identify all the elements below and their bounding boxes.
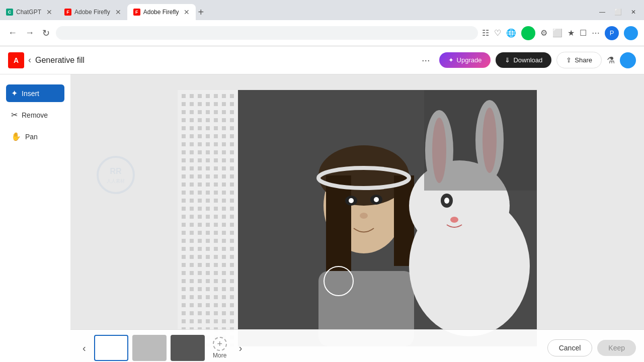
- tab-bar: C ChatGPT ✕ F Adobe Firefly ✕ F Adobe Fi…: [0, 0, 644, 20]
- tool-insert[interactable]: ✦ Insert: [6, 84, 64, 102]
- address-input[interactable]: https://firefly.adobe.com/generate/inpai…: [56, 26, 478, 40]
- pan-icon: ✋: [11, 132, 21, 141]
- back-nav-button[interactable]: ←: [6, 26, 19, 40]
- tool-remove[interactable]: ✂ Remove: [6, 106, 64, 124]
- adobe-logo: A: [8, 52, 24, 68]
- window-controls: — ⬜ ✕: [595, 7, 644, 18]
- maximize-button[interactable]: ⬜: [610, 7, 626, 18]
- lab-icon[interactable]: ⚗: [607, 55, 615, 66]
- svg-rect-33: [178, 90, 238, 346]
- tab-firefly1[interactable]: F Adobe Firefly ✕: [58, 4, 127, 20]
- extensions-icon[interactable]: ⚙: [540, 28, 547, 38]
- download-icon: ⇓: [505, 56, 510, 64]
- thumbnail-1[interactable]: [94, 335, 128, 361]
- insert-icon: ✦: [11, 88, 18, 98]
- upgrade-button[interactable]: ✦ Upgrade: [439, 52, 491, 68]
- download-button[interactable]: ⇓ Download: [496, 52, 551, 68]
- close-button[interactable]: ✕: [627, 7, 640, 18]
- tab-chatgpt-label: ChatGPT: [16, 9, 41, 16]
- tab-chatgpt[interactable]: C ChatGPT ✕: [0, 4, 58, 20]
- keep-button[interactable]: Keep: [597, 340, 636, 356]
- chatgpt-favicon: C: [6, 9, 13, 16]
- more-label: More: [213, 352, 226, 359]
- header-actions: ··· ✦ Upgrade ⇓ Download ⇪ Share ⚗: [418, 52, 636, 68]
- remove-icon: ✂: [11, 110, 18, 120]
- tab-chatgpt-close[interactable]: ✕: [46, 8, 52, 16]
- favorites-icon[interactable]: ★: [568, 28, 575, 38]
- svg-text:人人素材: 人人素材: [107, 178, 125, 184]
- more-circle-icon: +: [213, 337, 227, 351]
- translate-icon[interactable]: 🌐: [506, 28, 516, 38]
- reload-button[interactable]: ↻: [40, 26, 52, 41]
- tool-pan-label: Pan: [25, 133, 38, 141]
- user-avatar[interactable]: [620, 52, 636, 68]
- svg-point-30: [444, 198, 449, 204]
- image-container: [178, 90, 537, 346]
- share-label: Share: [575, 56, 592, 64]
- extension-green-icon[interactable]: [521, 26, 535, 40]
- tab-firefly1-label: Adobe Firefly: [74, 9, 110, 16]
- plus-icon: +: [217, 339, 222, 349]
- thumbnail-2[interactable]: [132, 335, 167, 361]
- share-button[interactable]: ⇪ Share: [556, 52, 602, 68]
- upgrade-star-icon: ✦: [448, 56, 454, 64]
- svg-point-19: [374, 197, 379, 202]
- app-area: A ‹ Generative fill ··· ✦ Upgrade ⇓ Down…: [0, 46, 644, 362]
- collections-icon[interactable]: ☐: [580, 28, 587, 38]
- split-view-icon[interactable]: ⬜: [552, 28, 562, 38]
- tab-firefly2-close[interactable]: ✕: [184, 8, 190, 16]
- page-title: Generative fill: [35, 56, 85, 65]
- back-button[interactable]: ‹: [28, 55, 31, 65]
- bottom-panel: ‹ + More › Cancel Keep: [70, 329, 644, 362]
- prev-button[interactable]: ‹: [78, 340, 90, 356]
- more-options-button[interactable]: ···: [418, 52, 434, 68]
- next-button[interactable]: ›: [235, 340, 247, 356]
- svg-point-18: [349, 198, 354, 203]
- rrcg-watermark: RR 人人素材: [96, 155, 136, 195]
- tab-firefly1-close[interactable]: ✕: [115, 8, 121, 16]
- svg-point-31: [450, 217, 458, 223]
- profile-avatar[interactable]: P: [605, 26, 619, 40]
- read-mode-icon[interactable]: ☷: [482, 28, 489, 38]
- forward-nav-button[interactable]: →: [23, 26, 36, 40]
- firefly1-favicon: F: [64, 9, 71, 16]
- tool-pan[interactable]: ✋ Pan: [6, 128, 64, 145]
- svg-rect-14: [326, 175, 351, 276]
- cancel-button[interactable]: Cancel: [547, 339, 593, 356]
- tools-sidebar: ✦ Insert ✂ Remove ✋ Pan: [0, 74, 70, 362]
- main-image: [178, 90, 537, 346]
- download-label: Download: [513, 56, 542, 64]
- tab-firefly2[interactable]: F Adobe Firefly ✕: [127, 4, 196, 20]
- bookmark-icon[interactable]: ♡: [494, 28, 501, 38]
- canvas-area[interactable]: RR 人人素材: [70, 74, 644, 362]
- browser-icon[interactable]: [624, 26, 638, 40]
- browser-toolbar: ☷ ♡ 🌐 ⚙ ⬜ ★ ☐ ⋯ P: [482, 26, 638, 40]
- main-content: ✦ Insert ✂ Remove ✋ Pan RR 人人素材: [0, 74, 644, 362]
- share-icon: ⇪: [566, 56, 572, 64]
- new-tab-button[interactable]: +: [198, 7, 204, 18]
- app-header: A ‹ Generative fill ··· ✦ Upgrade ⇓ Down…: [0, 46, 644, 74]
- svg-point-0: [98, 157, 134, 193]
- tab-firefly2-label: Adobe Firefly: [143, 9, 179, 16]
- firefly2-favicon: F: [133, 9, 140, 16]
- svg-rect-32: [424, 90, 537, 191]
- thumbnail-3[interactable]: [171, 335, 205, 361]
- minimize-button[interactable]: —: [595, 7, 609, 18]
- action-buttons: Cancel Keep: [547, 339, 636, 356]
- more-button[interactable]: + More: [209, 335, 231, 361]
- svg-point-20: [360, 213, 368, 219]
- more-tools-icon[interactable]: ⋯: [592, 28, 600, 38]
- svg-text:RR: RR: [110, 167, 122, 175]
- upgrade-label: Upgrade: [457, 56, 482, 64]
- address-bar: ← → ↻ https://firefly.adobe.com/generate…: [0, 20, 644, 46]
- tool-insert-label: Insert: [22, 89, 39, 98]
- tool-remove-label: Remove: [22, 111, 48, 119]
